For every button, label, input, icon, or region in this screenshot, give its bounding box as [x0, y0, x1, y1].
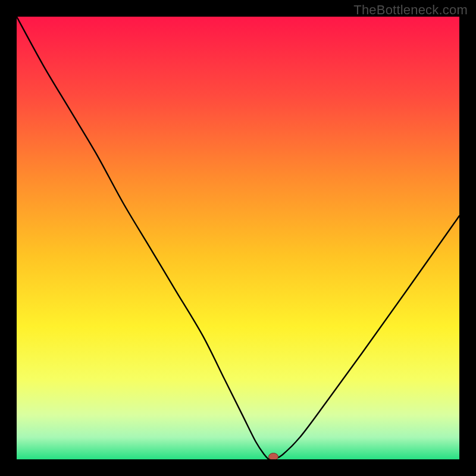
optimum-marker	[269, 453, 278, 459]
gradient-background	[17, 17, 459, 459]
chart-svg	[17, 17, 459, 459]
plot-area	[17, 17, 459, 459]
chart-frame: TheBottleneck.com	[0, 0, 476, 476]
watermark-text: TheBottleneck.com	[353, 2, 468, 18]
